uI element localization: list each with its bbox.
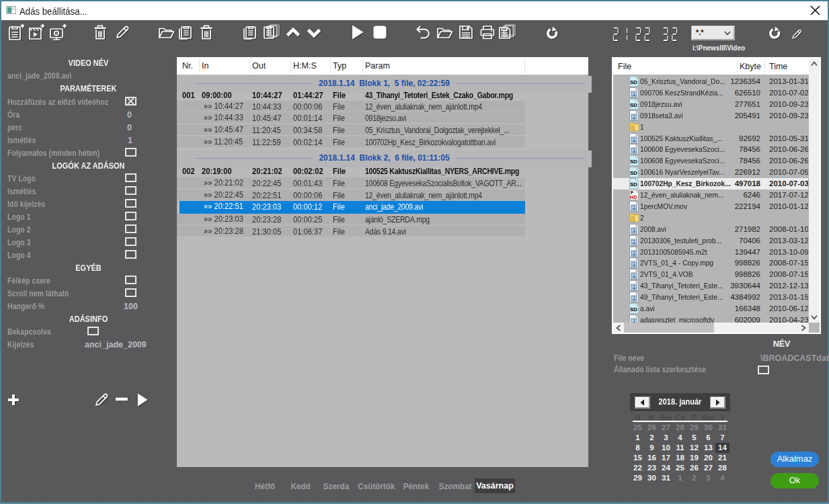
svg-text:SD: SD — [630, 170, 637, 176]
svg-text:SD: SD — [630, 102, 637, 108]
svg-text:HD: HD — [630, 194, 637, 200]
svg-text:SD: SD — [630, 79, 637, 85]
svg-text:SD: SD — [630, 159, 637, 165]
svg-text:SD: SD — [630, 181, 637, 187]
svg-text:SD: SD — [630, 306, 637, 312]
